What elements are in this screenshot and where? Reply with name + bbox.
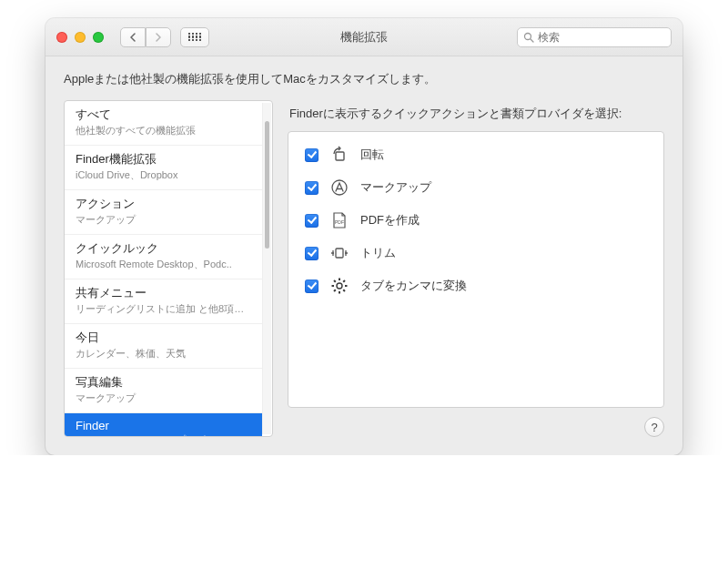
checkbox-pdf[interactable] xyxy=(305,214,318,228)
show-all-button[interactable] xyxy=(180,27,209,47)
svg-point-6 xyxy=(337,283,342,289)
pdf-icon: PDF xyxy=(329,210,349,230)
svg-line-11 xyxy=(334,280,336,282)
search-input[interactable] xyxy=(538,31,665,44)
svg-rect-2 xyxy=(336,152,344,160)
sidebar-item-label: Finder xyxy=(76,419,251,432)
sidebar-item-label: アクション xyxy=(76,196,251,212)
sidebar-item-finder[interactable]: Finder クイックアクションとプレビューパネル xyxy=(65,413,262,436)
sidebar-item-finder-ext[interactable]: Finder機能拡張 iCloud Drive、Dropbox xyxy=(65,146,262,190)
checkbox-tab-comma[interactable] xyxy=(305,279,318,293)
minimize-window-button[interactable] xyxy=(75,32,86,43)
titlebar: 機能拡張 xyxy=(46,18,682,56)
window-title: 機能拡張 xyxy=(340,29,388,46)
zoom-window-button[interactable] xyxy=(93,32,104,43)
action-row-pdf: PDF PDFを作成 xyxy=(305,210,647,230)
markup-icon xyxy=(329,178,349,198)
checkbox-markup[interactable] xyxy=(305,181,318,195)
svg-text:PDF: PDF xyxy=(335,219,344,225)
detail-title: Finderに表示するクイックアクションと書類プロバイダを選択: xyxy=(289,106,664,122)
sidebar-item-desc: 他社製のすべての機能拡張 xyxy=(76,124,251,137)
sidebar-item-label: 共有メニュー xyxy=(76,285,251,301)
svg-point-0 xyxy=(525,33,531,39)
detail-section: Finderに表示するクイックアクションと書類プロバイダを選択: 回転 xyxy=(288,100,664,437)
panels: すべて 他社製のすべての機能拡張 Finder機能拡張 iCloud Drive… xyxy=(64,100,664,437)
sidebar-item-quicklook[interactable]: クイックルック Microsoft Remote Desktop、Podc.. xyxy=(65,235,262,279)
sidebar-item-photo-edit[interactable]: 写真編集 マークアップ xyxy=(65,369,262,413)
checkbox-rotate[interactable] xyxy=(305,148,318,162)
sidebar-item-desc: マークアップ xyxy=(76,391,251,405)
sidebar-item-desc: マークアップ xyxy=(76,213,251,227)
trim-icon xyxy=(329,243,349,263)
search-icon xyxy=(523,32,534,43)
sidebar-item-today[interactable]: 今日 カレンダー、株価、天気 xyxy=(65,324,262,369)
preferences-window: 機能拡張 Appleまたは他社製の機能拡張を使用してMacをカスタマイズします。… xyxy=(46,18,682,455)
sidebar-scrollbar[interactable] xyxy=(262,103,271,434)
close-window-button[interactable] xyxy=(56,32,67,43)
forward-button[interactable] xyxy=(146,27,171,47)
action-label: トリム xyxy=(360,245,396,261)
search-field[interactable] xyxy=(517,27,672,47)
sidebar-item-desc: カレンダー、株価、天気 xyxy=(76,347,251,361)
sidebar-item-desc: Microsoft Remote Desktop、Podc.. xyxy=(76,258,251,271)
action-row-tab-comma: タブをカンマに変換 xyxy=(305,276,647,296)
sidebar-panel: すべて 他社製のすべての機能拡張 Finder機能拡張 iCloud Drive… xyxy=(64,100,273,437)
svg-line-14 xyxy=(343,280,345,282)
detail-panel: 回転 マークアップ xyxy=(288,131,664,408)
checkbox-trim[interactable] xyxy=(305,247,318,260)
svg-line-12 xyxy=(343,290,345,291)
svg-line-1 xyxy=(531,39,533,42)
sidebar-item-desc: iCloud Drive、Dropbox xyxy=(76,168,251,182)
action-label: マークアップ xyxy=(360,179,431,196)
sidebar-item-label: Finder機能拡張 xyxy=(76,151,251,168)
rotate-icon xyxy=(329,145,349,165)
back-button[interactable] xyxy=(120,27,146,47)
scrollbar-thumb[interactable] xyxy=(265,121,269,249)
sidebar-item-share[interactable]: 共有メニュー リーディングリストに追加 と他8項目... xyxy=(65,279,262,324)
svg-rect-5 xyxy=(336,249,343,258)
sidebar-item-desc: リーディングリストに追加 と他8項目... xyxy=(76,302,251,316)
sidebar-list[interactable]: すべて 他社製のすべての機能拡張 Finder機能拡張 iCloud Drive… xyxy=(65,101,272,436)
sidebar-item-label: 今日 xyxy=(76,330,251,346)
sidebar-item-all[interactable]: すべて 他社製のすべての機能拡張 xyxy=(65,101,262,146)
sidebar-item-label: 写真編集 xyxy=(76,374,251,391)
action-row-markup: マークアップ xyxy=(305,178,647,198)
body: Appleまたは他社製の機能拡張を使用してMacをカスタマイズします。 すべて … xyxy=(46,56,682,455)
grid-icon xyxy=(188,33,201,42)
page-subtitle: Appleまたは他社製の機能拡張を使用してMacをカスタマイズします。 xyxy=(64,71,664,87)
help-button[interactable]: ? xyxy=(644,417,664,437)
gear-icon xyxy=(329,276,349,296)
action-label: タブをカンマに変換 xyxy=(360,278,467,294)
action-label: PDFを作成 xyxy=(360,212,420,229)
svg-line-13 xyxy=(334,290,336,291)
sidebar-item-label: すべて xyxy=(76,107,251,123)
sidebar-item-desc: クイックアクションとプレビューパネル xyxy=(76,433,251,436)
sidebar-item-actions[interactable]: アクション マークアップ xyxy=(65,190,262,235)
window-controls xyxy=(56,32,104,43)
nav-group xyxy=(120,27,171,47)
action-label: 回転 xyxy=(360,147,384,163)
sidebar-item-label: クイックルック xyxy=(76,240,251,257)
action-row-trim: トリム xyxy=(305,243,647,263)
action-row-rotate: 回転 xyxy=(305,145,647,165)
